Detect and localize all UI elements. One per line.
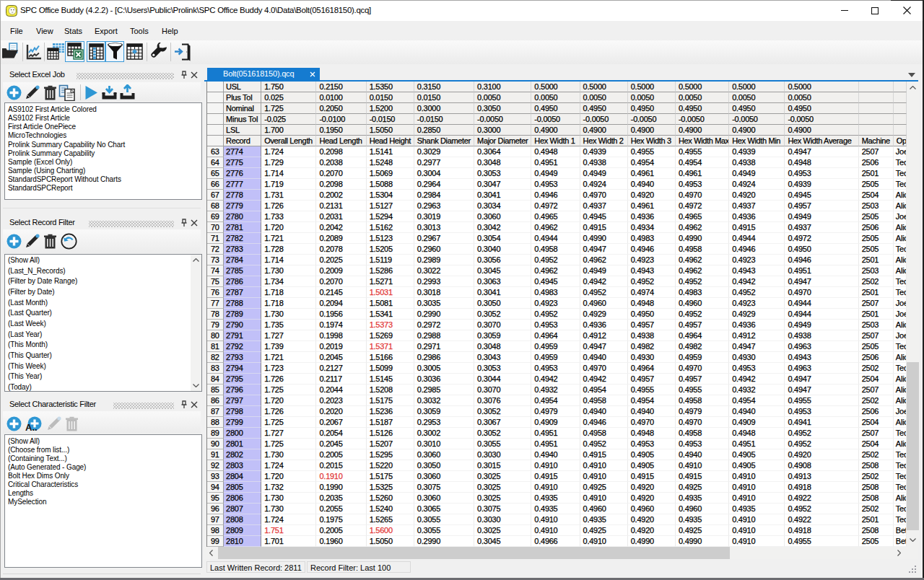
svg-text:A..: A.. [25,422,38,432]
